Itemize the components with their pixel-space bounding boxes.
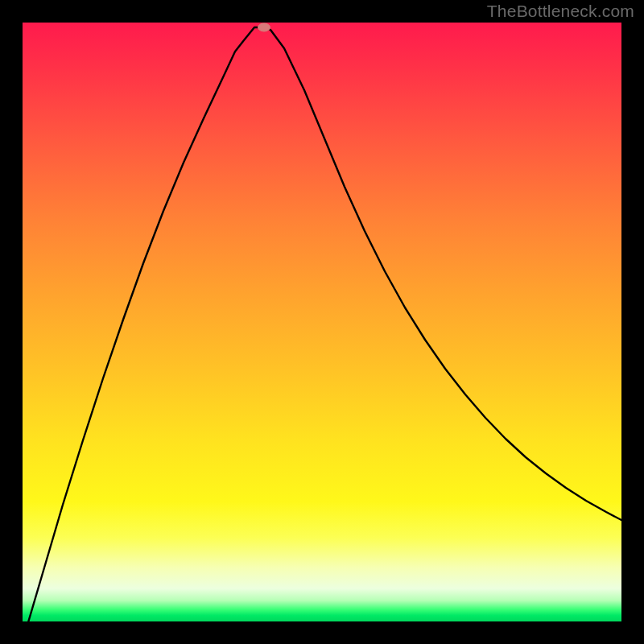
- watermark-text: TheBottleneck.com: [487, 2, 634, 21]
- optimum-marker: [258, 23, 270, 31]
- bottleneck-curve: [23, 27, 621, 621]
- chart-frame: TheBottleneck.com: [0, 0, 644, 644]
- curve-svg: [23, 23, 621, 621]
- plot-area: [23, 23, 621, 621]
